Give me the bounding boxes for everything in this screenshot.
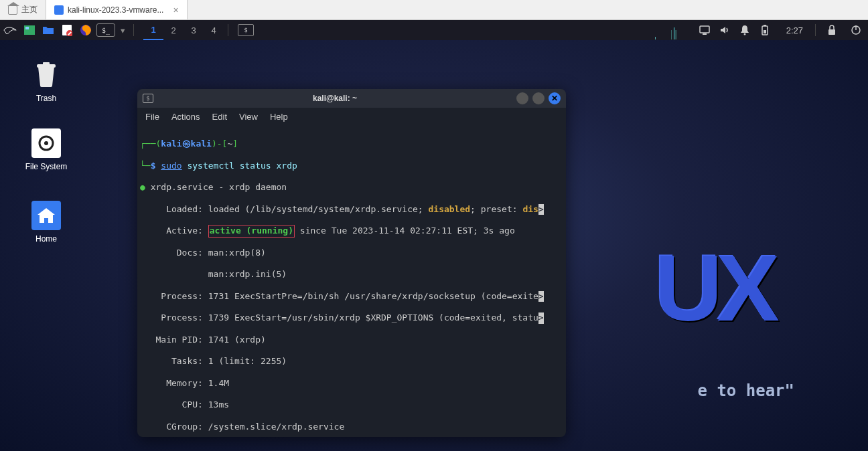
- terminal-titlebar[interactable]: $ kali@kali: ~ ✕: [137, 89, 566, 108]
- text-editor-icon[interactable]: [58, 23, 76, 37]
- label-proc2: Process:: [140, 312, 208, 323]
- prompt-open: ┌──(: [140, 139, 161, 149]
- wallpaper-logo: UX: [655, 234, 774, 343]
- loaded-pre: loaded (/lib/systemd/system/xrdp.service…: [208, 204, 429, 214]
- svg-rect-11: [764, 30, 766, 33]
- close-button[interactable]: ✕: [549, 92, 561, 104]
- home-folder-icon[interactable]: Home: [23, 201, 70, 244]
- svg-rect-16: [43, 62, 50, 65]
- proc1: 1731 ExecStartPre=/bin/sh /usr/share/xrd…: [208, 291, 538, 301]
- overflow-indicator: >: [538, 204, 544, 215]
- trash-icon[interactable]: Trash: [23, 60, 70, 103]
- terminal-launcher[interactable]: $_: [96, 23, 115, 37]
- lock-icon[interactable]: [826, 25, 837, 35]
- system-tray: [699, 25, 770, 35]
- panel-divider: [815, 24, 816, 36]
- svg-rect-12: [828, 29, 835, 35]
- tasks: 1 (limit: 2255): [208, 356, 287, 366]
- prompt-close: )-[: [212, 139, 227, 149]
- cpu-graph[interactable]: [655, 21, 695, 39]
- filesystem-icon[interactable]: File System: [23, 128, 70, 171]
- prompt-end: ]: [232, 139, 238, 149]
- label-proc1: Process:: [140, 291, 208, 301]
- terminal-body[interactable]: ┌──(kali㉿kali)-[~] └─$ sudo systemctl st…: [137, 125, 566, 437]
- trash-label: Trash: [36, 94, 56, 103]
- prompt-ps: $: [151, 161, 156, 171]
- svg-point-8: [743, 33, 745, 35]
- workspace-2[interactable]: 2: [163, 20, 184, 40]
- mpid: 1741 (xrdp): [208, 335, 266, 345]
- panel-divider: [133, 24, 134, 36]
- svg-rect-6: [700, 26, 709, 33]
- menu-view[interactable]: View: [239, 112, 258, 122]
- label-tasks: Tasks:: [140, 356, 208, 366]
- cmd-rest: systemctl status xrdp: [182, 161, 297, 171]
- panel-divider: [228, 24, 228, 36]
- docs2: man:xrdp.ini(5): [140, 269, 287, 279]
- vm-kali-tab[interactable]: kali-linux-2023.3-vmware... ×: [46, 0, 188, 19]
- close-tab-icon[interactable]: ×: [173, 5, 178, 15]
- desktop: UX e to hear" $_ ▾ 1 2 3 4 $: [0, 20, 868, 451]
- wallpaper-tagline: e to hear": [698, 381, 795, 400]
- svg-rect-10: [764, 25, 766, 26]
- window-controls: ✕: [516, 92, 561, 104]
- maximize-button[interactable]: [532, 92, 545, 104]
- overflow-indicator: >: [538, 312, 544, 323]
- loaded-dis2: dis: [522, 204, 538, 214]
- applications-menu[interactable]: [3, 23, 17, 37]
- label-docs: Docs:: [140, 248, 208, 258]
- workspace-4[interactable]: 4: [204, 20, 224, 40]
- overflow-indicator: >: [538, 291, 544, 302]
- workspace-1[interactable]: 1: [143, 20, 163, 40]
- vm-home-label: 主页: [21, 4, 38, 15]
- label-mem: Memory:: [140, 378, 208, 388]
- loaded-mid: ; preset:: [470, 204, 522, 214]
- notifications-icon[interactable]: [739, 25, 750, 35]
- firefox-icon[interactable]: [76, 23, 95, 37]
- label-active: Active:: [140, 225, 208, 236]
- cpu: 13ms: [208, 399, 229, 410]
- launcher-dropdown[interactable]: ▾: [117, 25, 129, 35]
- volume-icon[interactable]: [719, 25, 730, 35]
- svg-rect-1: [25, 27, 29, 29]
- taskbar-terminal[interactable]: $: [238, 24, 254, 36]
- menu-actions[interactable]: Actions: [171, 112, 200, 122]
- terminal-window[interactable]: $ kali@kali: ~ ✕ File Actions Edit View …: [137, 89, 566, 437]
- vm-kali-label: kali-linux-2023.3-vmware...: [68, 5, 163, 15]
- filesystem-glyph-icon: [31, 128, 61, 158]
- menu-edit[interactable]: Edit: [212, 112, 227, 122]
- home-icon: [8, 5, 17, 15]
- docs1: man:xrdp(8): [208, 248, 266, 258]
- prompt-userhost: kali㉿kali: [161, 139, 212, 149]
- display-icon[interactable]: [699, 25, 710, 35]
- active-val: active (running): [210, 225, 293, 236]
- file-manager-icon[interactable]: [39, 23, 58, 37]
- menu-file[interactable]: File: [145, 112, 159, 122]
- home-glyph-icon: [31, 201, 61, 230]
- menu-help[interactable]: Help: [270, 112, 288, 122]
- terminal-menubar: File Actions Edit View Help: [137, 108, 566, 125]
- clock[interactable]: 2:27: [786, 25, 803, 35]
- vm-tabs: 主页 kali-linux-2023.3-vmware... ×: [0, 0, 868, 20]
- proc2: 1739 ExecStart=/usr/sbin/xrdp $XRDP_OPTI…: [208, 312, 538, 323]
- minimize-button[interactable]: [516, 92, 528, 104]
- active-since: since Tue 2023-11-14 02:27:11 EST; 3s ag…: [295, 225, 515, 236]
- filesystem-label: File System: [25, 162, 68, 171]
- top-panel: $_ ▾ 1 2 3 4 $: [0, 20, 868, 40]
- svg-rect-7: [703, 33, 707, 35]
- terminal-title: kali@kali: ~: [153, 94, 516, 103]
- battery-icon[interactable]: [760, 25, 770, 35]
- power-icon[interactable]: [851, 25, 861, 35]
- cmd-sudo: sudo: [161, 161, 182, 171]
- label-cgroup: CGroup:: [140, 422, 208, 432]
- workspace-switcher: 1 2 3 4: [143, 20, 224, 40]
- svc-line: xrdp.service - xrdp daemon: [145, 182, 287, 192]
- home-label: Home: [35, 234, 57, 244]
- vm-home-tab[interactable]: 主页: [0, 0, 46, 19]
- kali-tab-icon: [54, 5, 64, 15]
- show-desktop-icon[interactable]: [20, 23, 39, 37]
- prompt-l2: └─: [140, 161, 151, 171]
- workspace-3[interactable]: 3: [184, 20, 204, 40]
- cgroup: /system.slice/xrdp.service: [208, 422, 345, 432]
- label-cpu: CPU:: [140, 399, 208, 410]
